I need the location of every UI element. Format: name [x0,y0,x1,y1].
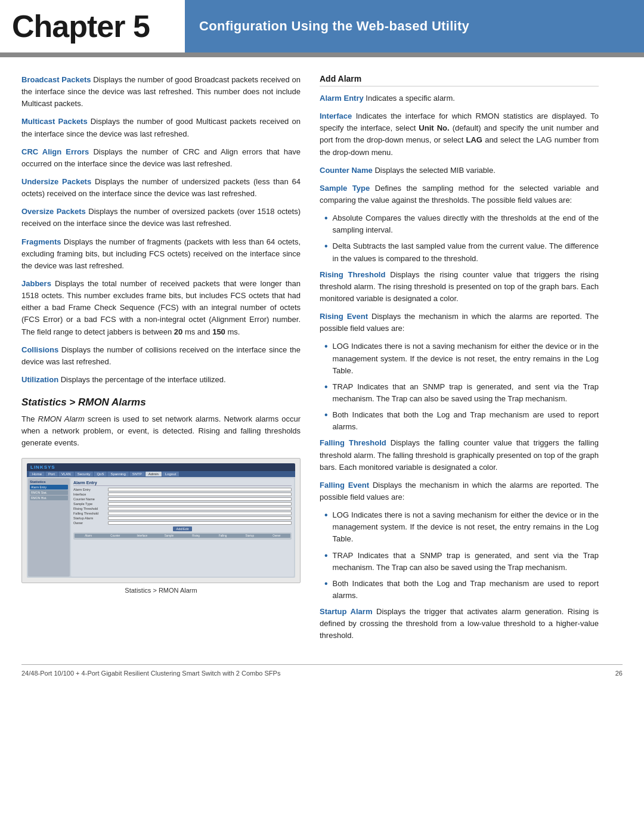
ss-th-5: Rising [183,534,209,537]
term-crc: CRC Align Errors [21,147,89,156]
term-rising-event: Rising Event [320,312,368,321]
ss-table-area: Alarm Counter Interface Sample Rising Fa… [73,532,292,540]
term-rising-threshold: Rising Threshold [320,270,385,279]
term-alarm-entry: Alarm Entry [320,94,364,103]
bullet-delta: Delta Subtracts the last sampled value f… [320,240,599,264]
ss-row-interface: Interface [73,493,292,496]
bullet-both-1: Both Indicates that both the Log and Tra… [320,409,599,433]
ss-input-counter [108,497,292,501]
term-fragments: Fragments [21,237,61,246]
text-counter-name: Displays the selected MIB variable. [374,166,495,175]
bullet-both-2-text: Both Indicates that both the Log and Tra… [333,578,599,602]
text-jabbers: Displays the total number of received pa… [21,279,301,336]
para-broadcast: Broadcast Packets Displays the number of… [21,74,301,110]
ss-tab-vlan: VLAN [58,472,74,476]
term-undersize: Undersize Packets [21,177,91,186]
bullet-both-2: Both Indicates that both the Log and Tra… [320,578,599,602]
bullet-log-2: LOG Indicates there is not a saving mech… [320,509,599,545]
term-trap-1: TRAP [333,382,353,391]
para-rising-event: Rising Event Displays the mechanism in w… [320,311,599,335]
ss-th-2: Counter [102,534,128,537]
bold-150ms: 150 [212,327,225,336]
term-log-2: LOG [333,510,349,519]
text-collisions: Displays the number of collisions receiv… [21,345,301,366]
ss-label-rising: Rising Threshold [73,507,106,510]
term-trap-2: TRAP [333,551,353,560]
screenshot-inner: LINKSYS Home Port VLAN Security QoS Span… [27,463,295,578]
ss-form-title: Alarm Entry [73,481,292,486]
ss-sidebar-title: Statistics [30,480,68,484]
text-alarm-entry: Indicates a specific alarm. [366,94,455,103]
ss-input-falling [108,512,292,515]
screenshot-box: LINKSYS Home Port VLAN Security QoS Span… [21,458,301,583]
ss-header: LINKSYS [27,463,295,471]
term-interface: Interface [320,112,352,120]
term-both-1: Both [333,410,349,419]
ss-label-owner: Owner [73,521,106,525]
ss-label-alarm-entry: Alarm Entry [73,488,106,491]
para-startup-alarm: Startup Alarm Displays the trigger that … [320,606,599,642]
section-intro-rmon: The RMON Alarm screen is used to set net… [21,413,301,449]
ss-th-3: Interface [129,534,155,537]
para-counter-name: Counter Name Displays the selected MIB v… [320,165,599,176]
ss-tab-port: Port [45,472,58,476]
ss-add-button[interactable]: Add/Edit [173,527,193,531]
term-delta: Delta [333,241,351,250]
ss-label-falling: Falling Threshold [73,512,106,515]
ss-tab-security: Security [75,472,94,476]
para-collisions: Collisions Displays the number of collis… [21,344,301,368]
term-falling-threshold: Falling Threshold [320,438,386,447]
ss-row-rising: Rising Threshold [73,507,292,510]
para-crc: CRC Align Errors Displays the number of … [21,146,301,170]
para-multicast: Multicast Packets Displays the number of… [21,116,301,140]
ss-row-startup: Startup Alarm [73,516,292,520]
text-fragments: Displays the number of fragments (packet… [21,237,301,270]
ss-label-sample: Sample Type [73,502,106,506]
chapter-subtitle: Configuration Using the Web-based Utilit… [199,18,469,34]
footer-page-number: 26 [615,670,623,677]
page-footer: 24/48-Port 10/100 + 4-Port Gigabit Resil… [21,664,623,682]
bullet-absolute-text: Absolute Compares the values directly wi… [333,212,599,236]
term-utilization: Utilization [21,375,58,384]
ss-sidebar: Statistics Alarm Entry RMON Stat. RMON H… [28,478,70,577]
para-sample-type: Sample Type Defines the sampling method … [320,182,599,206]
ss-tab-admin: Admin [145,472,162,476]
bullet-log-1: LOG Indicates there is not a saving mech… [320,340,599,376]
sample-type-bullets: Absolute Compares the values directly wi… [320,212,599,265]
text-rmon-intro: The RMON Alarm screen is used to set net… [21,414,301,447]
ss-logo: LINKSYS [30,465,55,470]
add-alarm-heading: Add Alarm [320,74,599,86]
ss-row-owner: Owner [73,521,292,525]
term-broadcast: Broadcast Packets [21,75,91,84]
para-utilization: Utilization Displays the percentage of t… [21,374,301,386]
ss-th-4: Sample [156,534,182,537]
falling-event-bullets: LOG Indicates there is not a saving mech… [320,509,599,602]
ss-row-alarm-entry: Alarm Entry [73,488,292,491]
ss-input-owner [108,521,292,525]
right-column: Add Alarm Alarm Entry Indicates a specif… [320,74,599,648]
bullet-both-1-text: Both Indicates that both the Log and Tra… [333,409,599,433]
ss-input-alarm-entry [108,488,292,491]
ss-sidebar-alarm-entry: Alarm Entry [30,485,68,490]
ss-tab-home: Home [29,472,45,476]
left-column: Broadcast Packets Displays the number of… [21,74,301,648]
para-undersize: Undersize Packets Displays the number of… [21,176,301,200]
ss-nav-tabs: Home Port VLAN Security QoS Spanning SNT… [27,471,295,477]
bullet-log-1-text: LOG Indicates there is not a saving mech… [333,340,599,376]
ss-th-8: Owner [264,534,290,537]
ss-tab-logout: Logout [162,472,179,476]
ss-table-header: Alarm Counter Interface Sample Rising Fa… [75,534,290,538]
bullet-absolute: Absolute Compares the values directly wi… [320,212,599,236]
header-divider [0,52,644,57]
bullet-trap-2-text: TRAP Indicates that a SNMP trap is gener… [333,550,599,574]
chapter-title-box: Configuration Using the Web-based Utilit… [185,0,644,52]
term-falling-event: Falling Event [320,481,369,490]
para-falling-event: Falling Event Displays the mechanism in … [320,479,599,503]
page-content: Broadcast Packets Displays the number of… [0,57,644,664]
term-sample-type: Sample Type [320,184,370,193]
term-startup-alarm: Startup Alarm [320,607,372,616]
footer-product-name: 24/48-Port 10/100 + 4-Port Gigabit Resil… [21,670,280,677]
ss-body: Statistics Alarm Entry RMON Stat. RMON H… [27,477,295,578]
ss-row-counter-name: Counter Name [73,497,292,501]
bold-20ms: 20 [174,327,182,336]
